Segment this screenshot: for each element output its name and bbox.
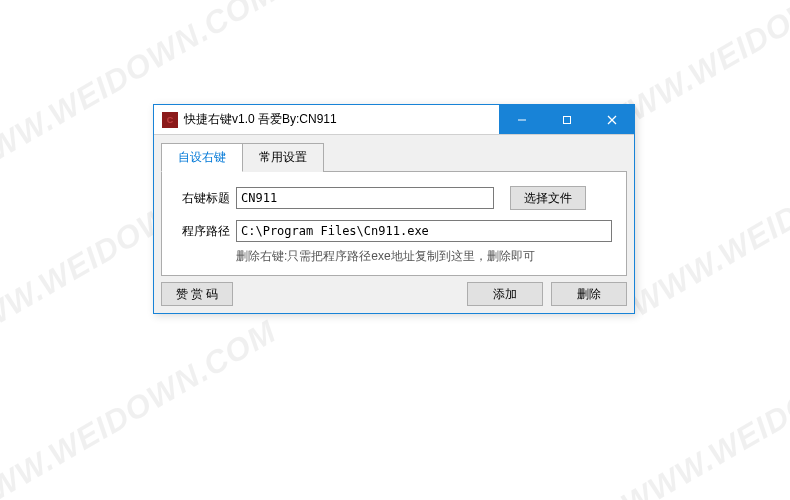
titlebar[interactable]: C 快捷右键v1.0 吾爱By:CN911: [154, 105, 634, 135]
input-rightclick-title[interactable]: [236, 187, 494, 209]
add-button[interactable]: 添加: [467, 282, 543, 306]
label-title: 右键标题: [174, 190, 230, 207]
tab-panel: 右键标题 选择文件 程序路径 删除右键:只需把程序路径exe地址复制到这里，删除…: [161, 171, 627, 276]
reward-code-button[interactable]: 赞 赏 码: [161, 282, 233, 306]
row-path: 程序路径: [174, 220, 614, 242]
app-window: C 快捷右键v1.0 吾爱By:CN911 自设右键 常用设置 右键标题 选择文…: [153, 104, 635, 314]
client-area: 自设右键 常用设置 右键标题 选择文件 程序路径 删除右键:只需把程序路径exe…: [154, 135, 634, 313]
bottom-bar: 赞 赏 码 添加 删除: [161, 282, 627, 306]
input-program-path[interactable]: [236, 220, 612, 242]
minimize-icon: [517, 115, 527, 125]
select-file-button[interactable]: 选择文件: [510, 186, 586, 210]
tab-strip: 自设右键 常用设置: [161, 143, 627, 172]
window-title: 快捷右键v1.0 吾爱By:CN911: [184, 111, 499, 128]
watermark: WWW.WEIDOWN.COM: [625, 113, 790, 324]
minimize-button[interactable]: [499, 105, 544, 134]
maximize-icon: [562, 115, 572, 125]
watermark: WWW.WEIDOWN.COM: [615, 313, 790, 500]
label-path: 程序路径: [174, 223, 230, 240]
maximize-button[interactable]: [544, 105, 589, 134]
row-title: 右键标题 选择文件: [174, 186, 614, 210]
tab-custom-rightclick[interactable]: 自设右键: [161, 143, 243, 172]
close-button[interactable]: [589, 105, 634, 134]
svg-rect-1: [563, 116, 570, 123]
close-icon: [607, 115, 617, 125]
app-icon: C: [162, 112, 178, 128]
window-controls: [499, 105, 634, 134]
watermark: WWW.WEIDOWN.COM: [0, 313, 283, 500]
tab-common-settings[interactable]: 常用设置: [242, 143, 324, 172]
delete-button[interactable]: 删除: [551, 282, 627, 306]
hint-text: 删除右键:只需把程序路径exe地址复制到这里，删除即可: [236, 248, 614, 265]
